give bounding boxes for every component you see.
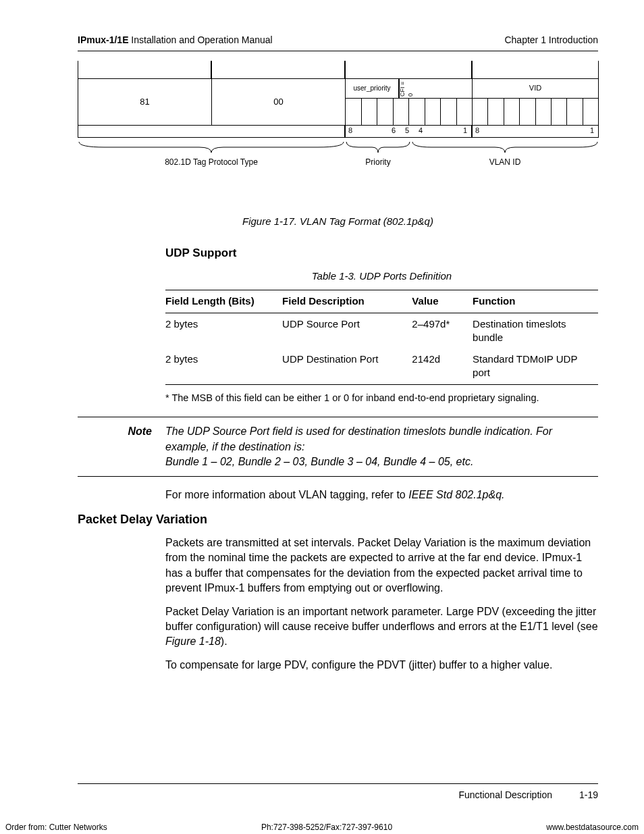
chapter-label: Chapter 1 Introduction — [504, 34, 598, 47]
vlan-ref: For more information about VLAN tagging,… — [165, 488, 598, 502]
diagram-byte1: 81 — [78, 78, 211, 126]
product-name: IPmux-1/1E — [78, 34, 128, 45]
table-caption: Table 1-3. UDP Ports Definition — [165, 269, 598, 283]
vlan-tag-diagram: 81 00 user_priority CFI = 0 VID — [78, 61, 599, 203]
header-left: IPmux-1/1E Installation and Operation Ma… — [78, 34, 273, 47]
udp-ports-table: Field Length (Bits) Field Description Va… — [165, 290, 598, 384]
user-priority-label: user_priority — [346, 79, 399, 98]
pdv-p2: Packet Delay Variation is an important n… — [165, 604, 598, 650]
tick-1: 1 — [463, 126, 467, 136]
footer-rule — [78, 783, 598, 784]
page-footer: Functional Description 1-19 — [78, 789, 598, 802]
diagram-byte2: 00 — [211, 78, 345, 126]
note-block: Note The UDP Source Port field is used f… — [78, 417, 598, 477]
page-header: IPmux-1/1E Installation and Operation Ma… — [78, 34, 598, 47]
note-label: Note — [78, 424, 165, 469]
header-rule — [78, 51, 598, 51]
tick-8: 8 — [348, 126, 352, 136]
tick-6: 6 — [392, 126, 396, 136]
footer-section: Functional Description — [458, 789, 552, 802]
vid-label: VID — [473, 79, 598, 99]
table-footnote: * The MSB of this field can be either 1 … — [165, 392, 598, 405]
order-footer: Order from: Cutter Networks Ph:727-398-5… — [0, 822, 644, 833]
tick-8b: 8 — [475, 126, 479, 136]
order-right: www.bestdatasource.com — [546, 822, 639, 833]
brace-protocol-type: 802.1D Tag Protocol Type — [78, 140, 345, 167]
th-field-desc: Field Description — [282, 290, 412, 313]
pdv-p3: To compensate for large PDV, configure t… — [165, 658, 598, 673]
brace-priority: Priority — [345, 140, 411, 167]
order-left: Order from: Cutter Networks — [5, 822, 107, 833]
table-row: 2 bytes UDP Source Port 2–497d* Destinat… — [165, 313, 598, 348]
footer-page: 1-19 — [579, 789, 598, 802]
th-function: Function — [473, 290, 598, 313]
note-line2: Bundle 1 – 02, Bundle 2 – 03, Bundle 3 –… — [165, 454, 598, 469]
tick-5: 5 — [405, 126, 409, 136]
brace-vlan-id: VLAN ID — [411, 140, 599, 167]
order-mid: Ph:727-398-5252/Fax:727-397-9610 — [261, 822, 392, 833]
note-line1: The UDP Source Port field is used for de… — [165, 424, 598, 454]
udp-support-heading: UDP Support — [165, 246, 598, 261]
cfi-label: CFI = 0 — [399, 79, 413, 98]
tick-1b: 1 — [590, 126, 594, 136]
figure-caption: Figure 1-17. VLAN Tag Format (802.1p&q) — [78, 215, 598, 228]
th-field-length: Field Length (Bits) — [165, 290, 282, 313]
table-row: 2 bytes UDP Destination Port 2142d Stand… — [165, 348, 598, 384]
manual-title: Installation and Operation Manual — [128, 34, 272, 45]
tick-4: 4 — [419, 126, 423, 136]
pdv-heading: Packet Delay Variation — [78, 511, 598, 527]
pdv-p1: Packets are transmitted at set intervals… — [165, 536, 598, 596]
th-value: Value — [412, 290, 473, 313]
